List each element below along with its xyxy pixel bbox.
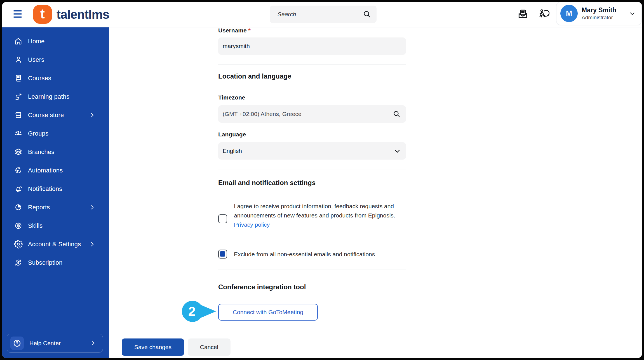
required-asterisk: * xyxy=(248,27,250,34)
chevron-right-icon xyxy=(90,205,95,210)
global-search xyxy=(270,6,377,23)
email-settings-heading: Email and notification settings xyxy=(218,179,316,187)
username-value: marysmith xyxy=(223,37,389,55)
switch-role-runner-icon[interactable] xyxy=(538,8,549,20)
save-changes-button[interactable]: Save changes xyxy=(122,338,184,356)
sidebar-item-label: Learning paths xyxy=(28,87,69,106)
chevron-right-icon xyxy=(90,241,95,247)
language-select[interactable]: English xyxy=(218,142,406,160)
sidebar-item-branches[interactable]: Branches xyxy=(2,143,109,161)
sidebar-item-label: Users xyxy=(28,51,44,69)
user-role: Administrator xyxy=(582,15,613,21)
sidebar-item-label: Automations xyxy=(28,161,63,180)
path-flag-icon xyxy=(14,92,23,101)
search-input[interactable] xyxy=(270,6,377,23)
renew-icon xyxy=(14,258,23,267)
sidebar-item-notifications[interactable]: Notifications xyxy=(2,180,109,198)
step-number: 2 xyxy=(188,304,196,319)
brand-wordmark: talentlms xyxy=(57,2,109,27)
avatar: M xyxy=(560,5,578,22)
user-name: Mary Smith xyxy=(582,6,616,14)
sidebar-item-subscription[interactable]: Subscription xyxy=(2,254,109,272)
chevron-right-icon xyxy=(90,340,96,346)
app-window: t talentlms xyxy=(2,2,642,358)
sidebar-item-label: Reports xyxy=(28,198,50,217)
sidebar-item-skills[interactable]: Skills xyxy=(2,217,109,235)
sidebar-item-label: Groups xyxy=(28,124,48,143)
exclude-checkbox[interactable] xyxy=(218,250,227,259)
section-divider xyxy=(218,269,406,269)
connect-gotomeeting-button[interactable]: Connect with GoToMeeting xyxy=(218,304,318,321)
cancel-button[interactable]: Cancel xyxy=(188,338,231,356)
chevron-right-icon xyxy=(90,112,95,118)
sidebar-item-label: Course store xyxy=(28,106,64,124)
home-icon xyxy=(14,37,23,46)
sidebar-item-course-store[interactable]: Course store xyxy=(2,106,109,124)
footer-divider xyxy=(109,331,642,331)
sidebar-item-label: Home xyxy=(28,32,45,51)
top-bar: t talentlms xyxy=(2,2,642,27)
storefront-icon xyxy=(14,111,23,119)
sidebar: Home Users Courses xyxy=(2,27,109,358)
people-group-icon xyxy=(14,129,23,138)
search-icon[interactable] xyxy=(392,110,401,118)
chevron-down-icon xyxy=(394,148,401,155)
brain-icon xyxy=(14,221,23,230)
users-icon xyxy=(14,55,23,64)
chevron-down-icon xyxy=(629,11,635,17)
inbox-message-icon[interactable] xyxy=(517,8,529,20)
sidebar-item-home[interactable]: Home xyxy=(2,32,109,51)
layers-icon xyxy=(14,148,23,156)
section-divider xyxy=(218,64,406,65)
book-icon xyxy=(14,74,23,82)
question-circle-icon xyxy=(10,337,24,350)
sidebar-item-groups[interactable]: Groups xyxy=(2,124,109,143)
automation-swirl-icon xyxy=(14,166,23,175)
timezone-value: (GMT +02:00) Athens, Greece xyxy=(223,105,389,123)
location-language-heading: Location and language xyxy=(218,72,291,80)
language-value: English xyxy=(223,142,389,160)
bell-icon xyxy=(14,184,23,193)
sidebar-item-label: Branches xyxy=(28,143,55,161)
sidebar-item-reports[interactable]: Reports xyxy=(2,198,109,217)
section-divider xyxy=(218,169,406,169)
help-center-button[interactable]: Help Center xyxy=(7,334,103,353)
step-2-callout-arrow: 2 xyxy=(181,300,218,323)
help-center-label: Help Center xyxy=(29,334,61,352)
sidebar-item-users[interactable]: Users xyxy=(2,51,109,69)
sidebar-item-account-settings[interactable]: Account & Settings xyxy=(2,235,109,254)
conference-heading: Conference integration tool xyxy=(218,283,306,291)
timezone-field[interactable]: (GMT +02:00) Athens, Greece xyxy=(218,105,406,123)
sidebar-item-label: Account & Settings xyxy=(28,235,81,254)
hamburger-menu-icon[interactable] xyxy=(13,9,22,19)
sidebar-item-label: Skills xyxy=(28,217,43,235)
sidebar-item-label: Notifications xyxy=(28,180,62,198)
privacy-policy-link[interactable]: Privacy policy xyxy=(234,221,270,228)
user-menu[interactable]: M Mary Smith Administrator xyxy=(556,2,642,25)
sidebar-item-learning-paths[interactable]: Learning paths xyxy=(2,87,109,106)
timezone-label: Timezone xyxy=(218,94,245,101)
username-field[interactable]: marysmith xyxy=(218,37,406,55)
main-content: Username * marysmith Location and langua… xyxy=(109,27,642,358)
consent-text: I agree to receive product information, … xyxy=(234,202,395,229)
gear-icon xyxy=(14,240,23,248)
sidebar-item-courses[interactable]: Courses xyxy=(2,69,109,87)
consent-checkbox[interactable] xyxy=(218,214,227,223)
sidebar-item-label: Subscription xyxy=(28,254,62,272)
exclude-text: Exclude from all non-essential emails an… xyxy=(234,250,375,259)
username-label: Username * xyxy=(218,27,251,34)
search-icon[interactable] xyxy=(363,10,372,19)
sidebar-item-label: Courses xyxy=(28,69,51,87)
talentlms-logo-icon[interactable]: t xyxy=(33,5,52,24)
sidebar-nav: Home Users Courses xyxy=(2,32,109,272)
sidebar-item-automations[interactable]: Automations xyxy=(2,161,109,180)
language-label: Language xyxy=(218,131,246,138)
pie-chart-icon xyxy=(14,203,23,212)
